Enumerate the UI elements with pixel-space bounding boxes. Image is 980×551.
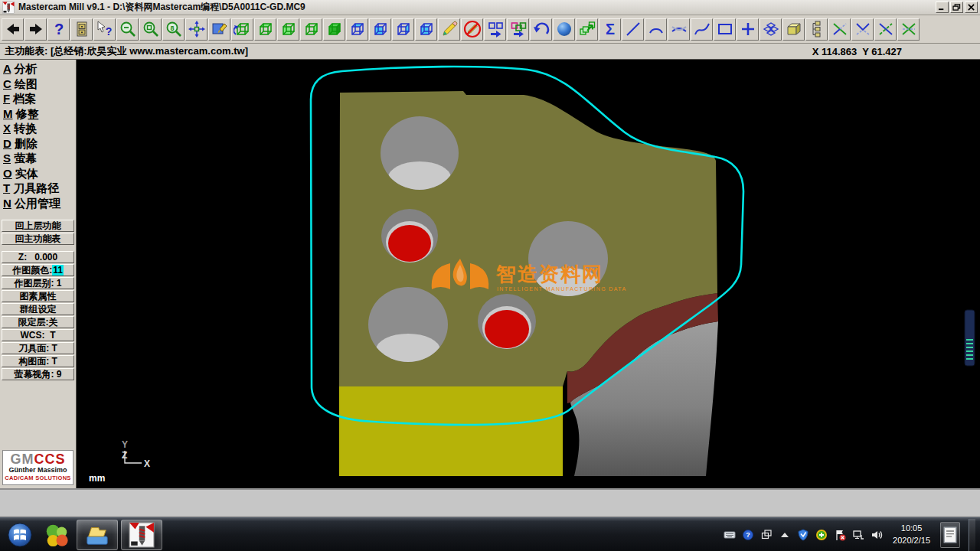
tray-up-arrow-icon[interactable]	[778, 528, 791, 541]
toolbar-arc-button[interactable]	[645, 18, 667, 41]
tray-window-icon[interactable]	[760, 528, 773, 541]
minimize-button[interactable]	[936, 2, 949, 13]
toolbar-swap-menu-button[interactable]	[507, 18, 529, 41]
tray-antivirus-icon[interactable]	[815, 528, 828, 541]
sidebar-status-group: Z: 0.000作图颜色:11作图层别: 1图素属性群组设定限定层:关WCS: …	[0, 251, 76, 380]
sidebar-menu: A 分析C 绘图F 档案M 修整X 转换D 删除S 萤幕O 实体T 刀具路径N …	[0, 61, 76, 210]
main-menu-title: 主功能表: [总经销:欣昊实业 www.mastercam.com.tw]	[5, 44, 248, 58]
toolbar-next-menu-button[interactable]	[484, 18, 506, 41]
taskbar-pinwheel-button[interactable]	[40, 520, 74, 550]
toolbar-cplane-front-button[interactable]	[369, 18, 391, 41]
tray-shield-icon[interactable]	[796, 528, 809, 541]
sidebar-menu-item-t[interactable]: T 刀具路径	[0, 181, 76, 196]
axis-y-label: Y	[122, 439, 128, 450]
toolbar-gview-iso-button[interactable]	[323, 18, 345, 41]
tray-flag-icon[interactable]	[833, 528, 846, 541]
toolbar-delete-button[interactable]	[461, 18, 483, 41]
toolbar-sketch-button[interactable]	[438, 18, 460, 41]
toolbar-help-button[interactable]: ?	[47, 18, 70, 41]
sidebar-status-button-2[interactable]: 作图层别: 1	[2, 277, 74, 289]
model-bottom-face	[339, 386, 563, 476]
toolbar-shade-button[interactable]	[553, 18, 575, 41]
toolbar-spline-button[interactable]	[691, 18, 713, 41]
sidebar-status-button-3[interactable]: 图素属性	[2, 290, 74, 302]
sidebar-status-button-7[interactable]: 刀具面: T	[2, 342, 74, 354]
sidebar-menu-item-a[interactable]: A 分析	[0, 61, 76, 77]
tray-help-icon[interactable]: ?	[741, 528, 754, 541]
hole-5	[478, 294, 536, 349]
toolbar-cplane-side-button[interactable]	[392, 18, 414, 41]
prompt-bar[interactable]	[0, 488, 980, 517]
show-desktop-button[interactable]	[969, 519, 975, 551]
toolbar-trim-two-button[interactable]	[851, 18, 874, 41]
system-tray: ? 10:05 2020/2/15	[723, 519, 978, 551]
toolbar-zoom-button[interactable]	[116, 18, 139, 41]
menu-status-bar: 主功能表: [总经销:欣昊实业 www.mastercam.com.tw] X …	[0, 44, 980, 60]
sidebar-menu-item-c[interactable]: C 绘图	[0, 77, 76, 92]
toolbar-line-button[interactable]	[622, 18, 644, 41]
back-one-level-button[interactable]: 回上层功能	[2, 220, 74, 232]
back-to-main-menu-button[interactable]: 回主功能表	[2, 233, 74, 245]
sidebar-menu-item-d[interactable]: D 删除	[0, 136, 76, 152]
toolbar-trim-one-button[interactable]	[828, 18, 851, 41]
screen: Mastercam Mill v9.1 - D:\资料网Mastercam编程\…	[0, 0, 980, 551]
svg-text:?: ?	[746, 531, 750, 539]
taskbar-explorer-button[interactable]	[77, 520, 118, 550]
start-button[interactable]	[3, 520, 37, 550]
toolbar-rectangle-button[interactable]	[714, 18, 736, 41]
toolbar-back-button[interactable]	[2, 18, 24, 41]
document-tray-button[interactable]	[940, 522, 960, 548]
units-label: mm	[89, 473, 105, 484]
sidebar-menu-item-n[interactable]: N 公用管理	[0, 196, 76, 211]
toolbar-pan-button[interactable]	[185, 18, 207, 41]
scroll-indicator[interactable]	[965, 310, 975, 366]
cursor-coordinates: X 114.863 Y 61.427	[812, 46, 902, 57]
viewport[interactable]: 智造资料网 INTELLIGENT MANUFACTURING DATA Y Z…	[77, 60, 980, 488]
sidebar-status-button-5[interactable]: 限定层:关	[2, 316, 74, 328]
toolbar-cplane-iso-button[interactable]	[415, 18, 437, 41]
toolbar-trim-curves-button[interactable]	[668, 18, 690, 41]
sidebar-status-button-6[interactable]: WCS: T	[2, 329, 74, 341]
toolbar-surface-button[interactable]	[760, 18, 782, 41]
sidebar-status-button-4[interactable]: 群组设定	[2, 303, 74, 315]
toolbar-gview-side-button[interactable]	[300, 18, 322, 41]
toolbar-trim-three-button[interactable]	[874, 18, 897, 41]
toolbar-gview-top-button[interactable]	[254, 18, 276, 41]
hole-2	[381, 209, 438, 262]
toolbar-sigma-button[interactable]: Σ	[599, 18, 621, 41]
toolbar-solid-box-button[interactable]	[782, 18, 805, 41]
sidebar-menu-item-o[interactable]: O 实体	[0, 166, 76, 181]
toolbar-repaint-button[interactable]	[208, 18, 230, 41]
toolbar-dynamic-rotate-button[interactable]	[231, 18, 253, 41]
sidebar-status-button-8[interactable]: 构图面: T	[2, 355, 74, 367]
taskbar-clock[interactable]: 10:05 2020/2/15	[888, 523, 935, 547]
tray-volume-icon[interactable]	[870, 528, 883, 541]
toolbar-cplane-top-button[interactable]	[346, 18, 368, 41]
sidebar-menu-item-s[interactable]: S 萤幕	[0, 151, 76, 166]
toolbar-undo-button[interactable]	[530, 18, 552, 41]
title-bar: Mastercam Mill v9.1 - D:\资料网Mastercam编程\…	[0, 0, 980, 15]
toolbar-point-button[interactable]	[737, 18, 759, 41]
toolbar-unzoom-08-button[interactable]: 8	[162, 18, 185, 41]
toolbar-file-cabinet-button[interactable]	[70, 18, 93, 41]
sidebar-menu-item-m[interactable]: M 修整	[0, 106, 76, 122]
sidebar-status-button-1[interactable]: 作图颜色:11	[2, 264, 74, 276]
tray-network-icon[interactable]	[851, 528, 864, 541]
close-button[interactable]	[965, 2, 978, 13]
watermark-title: 智造资料网	[495, 262, 603, 285]
taskbar-mastercam-button[interactable]	[121, 520, 162, 550]
tray-keyboard-icon[interactable]	[723, 528, 736, 541]
restore-button[interactable]	[950, 2, 963, 13]
sidebar-status-button-9[interactable]: 萤幕视角: 9	[2, 368, 74, 380]
toolbar-levels-button[interactable]	[805, 18, 828, 41]
viewport-canvas[interactable]: 智造资料网 INTELLIGENT MANUFACTURING DATA Y Z…	[77, 60, 980, 488]
sidebar-status-button-0[interactable]: Z: 0.000	[2, 251, 74, 263]
toolbar-zoom-window-button[interactable]	[139, 18, 162, 41]
toolbar-gview-front-button[interactable]	[277, 18, 299, 41]
sidebar-menu-item-f[interactable]: F 档案	[0, 91, 76, 106]
toolbar-analyze-button[interactable]: ?	[93, 18, 116, 41]
toolbar-divide-button[interactable]	[897, 18, 920, 41]
toolbar-forward-button[interactable]	[24, 18, 47, 41]
sidebar-menu-item-x[interactable]: X 转换	[0, 121, 76, 136]
toolbar-solids-button[interactable]	[576, 18, 598, 41]
